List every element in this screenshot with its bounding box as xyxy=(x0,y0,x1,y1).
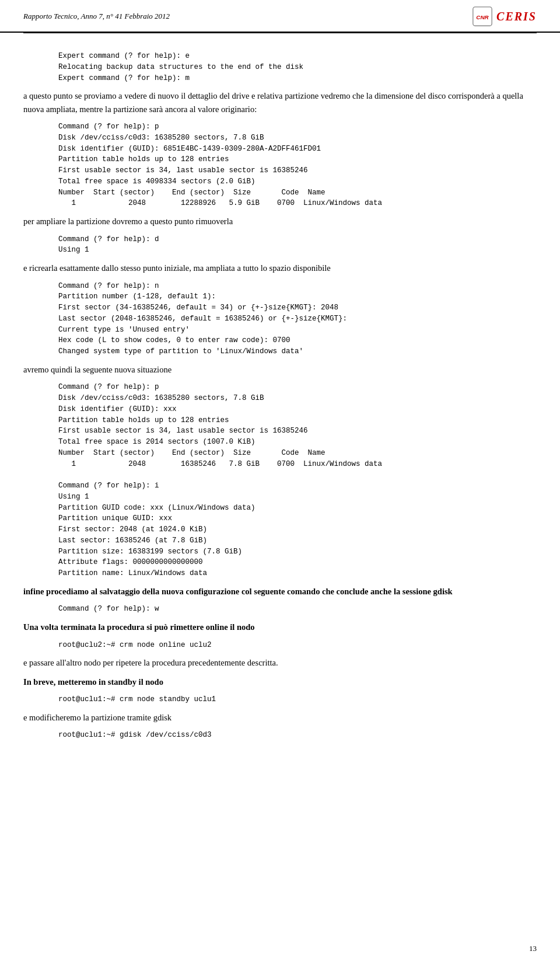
footer-page-number: 13 xyxy=(529,944,537,953)
svg-text:CNR: CNR xyxy=(476,14,489,20)
section-code2: Command (? for help): p Disk /dev/cciss/… xyxy=(23,121,537,209)
paragraph-4: avremo quindi la seguente nuova situazio… xyxy=(23,363,537,376)
section-para1: a questo punto se proviamo a vedere di n… xyxy=(23,89,537,116)
code-block-1: Expert command (? for help): e Relocatin… xyxy=(58,51,537,83)
code-block-8: root@uclu1:~# crm node standby uclu1 xyxy=(58,694,537,705)
code-block-5: Command (? for help): p Disk /dev/cciss/… xyxy=(58,382,537,579)
code-block-4: Command (? for help): n Partition number… xyxy=(58,281,537,357)
section-para6: Una volta terminata la procedura si può … xyxy=(23,621,537,633)
section-para5: infine procediamo al salvataggio della n… xyxy=(23,585,537,598)
header-logo: CNR CERIS xyxy=(472,6,537,27)
code-block-9: root@uclu1:~# gdisk /dev/cciss/c0d3 xyxy=(58,730,537,741)
section-para7: e passare all'altro nodo per ripetere la… xyxy=(23,656,537,669)
section-code3: Command (? for help): d Using 1 xyxy=(23,234,537,256)
paragraph-3: e ricrearla esattamente dallo stesso pun… xyxy=(23,262,537,274)
code-block-7: root@uclu2:~# crm node online uclu2 xyxy=(58,640,537,651)
ceris-logo-icon: CNR xyxy=(472,6,493,27)
paragraph-9: e modificheremo la partizione tramite gd… xyxy=(23,711,537,724)
section-para3: e ricrearla esattamente dallo stesso pun… xyxy=(23,262,537,274)
header-title: Rapporto Tecnico, Anno 7, n° 41 Febbraio… xyxy=(23,12,170,21)
paragraph-7: e passare all'altro nodo per ripetere la… xyxy=(23,656,537,669)
page: Rapporto Tecnico, Anno 7, n° 41 Febbraio… xyxy=(0,0,560,965)
section-para2: per ampliare la partizione dovremo a que… xyxy=(23,215,537,228)
paragraph-2: per ampliare la partizione dovremo a que… xyxy=(23,215,537,228)
section-code9: root@uclu1:~# gdisk /dev/cciss/c0d3 xyxy=(23,730,537,741)
code-block-3: Command (? for help): d Using 1 xyxy=(58,234,537,256)
section-code8: root@uclu1:~# crm node standby uclu1 xyxy=(23,694,537,705)
section-code6: Command (? for help): w xyxy=(23,604,537,615)
paragraph-6: Una volta terminata la procedura si può … xyxy=(23,621,537,633)
section-code4: Command (? for help): n Partition number… xyxy=(23,281,537,357)
paragraph-5: infine procediamo al salvataggio della n… xyxy=(23,585,537,598)
ceris-logo-text: CERIS xyxy=(496,10,537,23)
paragraph-8: In breve, metteremo in standby il nodo xyxy=(23,675,537,688)
section-code5: Command (? for help): p Disk /dev/cciss/… xyxy=(23,382,537,579)
section-para9: e modificheremo la partizione tramite gd… xyxy=(23,711,537,724)
paragraph-1: a questo punto se proviamo a vedere di n… xyxy=(23,89,537,116)
code-block-2: Command (? for help): p Disk /dev/cciss/… xyxy=(58,121,537,209)
section-para8: In breve, metteremo in standby il nodo xyxy=(23,675,537,688)
code-block-6: Command (? for help): w xyxy=(58,604,537,615)
header: Rapporto Tecnico, Anno 7, n° 41 Febbraio… xyxy=(0,0,560,33)
section-code1: Expert command (? for help): e Relocatin… xyxy=(23,51,537,83)
main-content: Expert command (? for help): e Relocatin… xyxy=(0,33,560,758)
section-para4: avremo quindi la seguente nuova situazio… xyxy=(23,363,537,376)
section-code7: root@uclu2:~# crm node online uclu2 xyxy=(23,640,537,651)
